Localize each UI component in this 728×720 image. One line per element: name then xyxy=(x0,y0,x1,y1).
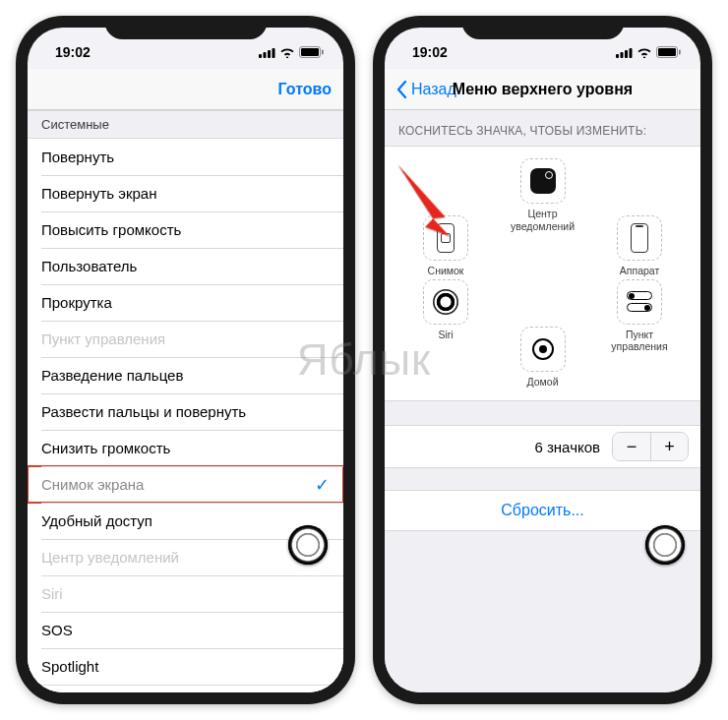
row-lower-volume[interactable]: Снизить громкость xyxy=(28,430,343,466)
left-navbar: Готово xyxy=(28,69,343,110)
row-label: Пункт управления xyxy=(41,330,165,347)
row-label: Spotlight xyxy=(41,658,98,675)
cellular-icon xyxy=(259,47,275,58)
reset-button[interactable]: Сбросить... xyxy=(385,490,700,531)
right-phone-frame: 19:02 Назад Мен xyxy=(373,16,712,704)
reset-label: Сбросить... xyxy=(501,502,583,519)
stepper-plus-button[interactable]: + xyxy=(650,433,688,460)
svg-rect-3 xyxy=(273,48,275,58)
svg-rect-5 xyxy=(301,48,319,56)
svg-rect-8 xyxy=(621,52,624,58)
checkmark-icon: ✓ xyxy=(315,474,330,496)
slot-siri[interactable]: Siri xyxy=(412,279,479,341)
chevron-left-icon xyxy=(396,81,407,98)
row-rotate[interactable]: Повернуть xyxy=(28,139,343,175)
svg-rect-7 xyxy=(616,54,619,58)
slot-label: Домой xyxy=(510,376,576,389)
row-label: Развести пальцы и повернуть xyxy=(41,403,246,420)
battery-icon xyxy=(656,46,681,58)
svg-rect-12 xyxy=(658,48,676,56)
row-label: Удобный доступ xyxy=(41,512,152,529)
slot-label: Пункт управления xyxy=(606,329,673,353)
row-sos[interactable]: SOS xyxy=(28,612,343,648)
slot-screenshot[interactable]: Снимок экрана xyxy=(412,215,479,289)
left-phone-frame: 19:02 Готово Системные xyxy=(16,16,355,704)
svg-rect-9 xyxy=(625,50,628,58)
slot-label: Аппарат xyxy=(606,265,673,277)
row-label: Снизить громкость xyxy=(41,440,170,456)
row-spotlight[interactable]: Spotlight xyxy=(28,648,343,685)
row-apple-pay[interactable]: Pay xyxy=(28,685,343,692)
svg-rect-0 xyxy=(259,54,262,58)
row-scroll[interactable]: Прокрутка xyxy=(28,284,343,321)
row-label: Центр уведомлений xyxy=(41,549,179,566)
home-icon xyxy=(532,338,554,360)
wifi-icon xyxy=(637,47,652,58)
right-navbar: Назад Меню верхнего уровня xyxy=(385,69,700,110)
row-user[interactable]: Пользователь xyxy=(28,248,343,284)
row-label: Прокрутка xyxy=(41,294,112,311)
row-raise-volume[interactable]: Повысить громкость xyxy=(28,211,343,248)
slot-device[interactable]: Аппарат xyxy=(606,215,673,277)
row-screenshot[interactable]: Снимок экрана ✓ xyxy=(28,466,343,503)
row-pinch-rotate[interactable]: Развести пальцы и повернуть xyxy=(28,393,343,430)
notification-center-icon xyxy=(530,168,556,194)
notch xyxy=(461,16,624,39)
slot-label: Центр уведомлений xyxy=(510,208,576,232)
icon-grid: Центр уведомлений Снимок экрана Аппарат … xyxy=(385,146,700,401)
right-content: КОСНИТЕСЬ ЗНАЧКА, ЧТОБЫ ИЗМЕНИТЬ: Центр … xyxy=(385,110,700,692)
row-pinch[interactable]: Разведение пальцев xyxy=(28,357,343,393)
svg-rect-6 xyxy=(322,50,324,55)
row-label: Разведение пальцев xyxy=(41,367,183,384)
back-button[interactable]: Назад xyxy=(396,81,456,98)
slot-control-center[interactable]: Пункт управления xyxy=(606,279,673,353)
status-time: 19:02 xyxy=(412,44,448,60)
assistive-touch-button[interactable] xyxy=(645,525,685,565)
icon-count-stepper: − + xyxy=(612,432,689,461)
slot-label: Siri xyxy=(412,329,479,341)
status-indicators xyxy=(616,46,681,58)
row-siri: Siri xyxy=(28,575,343,612)
done-button[interactable]: Готово xyxy=(278,81,332,98)
svg-rect-2 xyxy=(268,50,271,58)
battery-icon xyxy=(299,46,324,58)
icon-count-row: 6 значков − + xyxy=(385,425,700,468)
row-label: Пользователь xyxy=(41,258,137,274)
assistive-touch-button[interactable] xyxy=(288,525,328,565)
hint-text: КОСНИТЕСЬ ЗНАЧКА, ЧТОБЫ ИЗМЕНИТЬ: xyxy=(385,110,700,146)
wifi-icon xyxy=(279,47,295,58)
device-icon xyxy=(631,223,648,253)
left-screen: 19:02 Готово Системные xyxy=(28,28,343,692)
right-screen: 19:02 Назад Мен xyxy=(385,28,700,692)
notch xyxy=(104,16,267,39)
cellular-icon xyxy=(616,47,633,58)
status-time: 19:02 xyxy=(55,44,91,60)
status-indicators xyxy=(259,46,324,58)
row-control-center: Пункт управления xyxy=(28,321,343,357)
system-list: Повернуть Повернуть экран Повысить громк… xyxy=(28,139,343,692)
left-content: Системные Повернуть Повернуть экран Повы… xyxy=(28,110,343,692)
row-label: Повысить громкость xyxy=(41,221,181,238)
slot-notification-center[interactable]: Центр уведомлений xyxy=(510,158,576,232)
stepper-minus-button[interactable]: − xyxy=(613,433,650,460)
screenshot-icon xyxy=(437,223,455,253)
control-center-icon xyxy=(627,291,652,312)
back-label: Назад xyxy=(411,81,456,98)
row-label: Повернуть xyxy=(41,149,114,165)
svg-rect-13 xyxy=(679,50,681,55)
row-label: Siri xyxy=(41,585,63,602)
siri-icon xyxy=(433,289,458,315)
row-label: Снимок экрана xyxy=(41,476,144,493)
row-label: Повернуть экран xyxy=(41,185,156,202)
svg-rect-1 xyxy=(264,52,267,58)
icon-count-label: 6 значков xyxy=(534,439,600,455)
row-label: SOS xyxy=(41,622,73,638)
row-rotate-screen[interactable]: Повернуть экран xyxy=(28,175,343,211)
section-header-system: Системные xyxy=(28,110,343,139)
slot-home[interactable]: Домой xyxy=(510,327,576,389)
svg-rect-10 xyxy=(630,48,633,58)
